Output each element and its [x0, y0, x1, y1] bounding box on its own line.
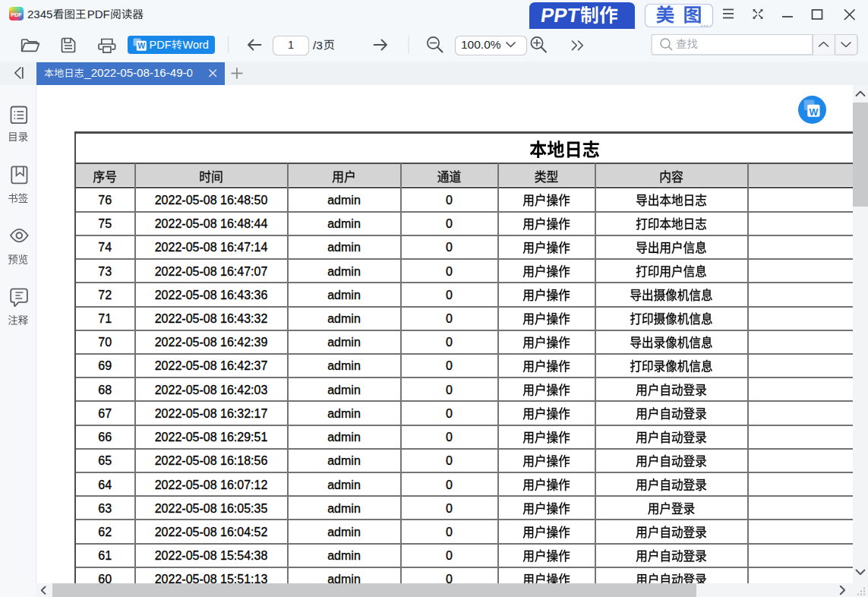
svg-text:/3: /3 [313, 39, 323, 52]
svg-text:0: 0 [446, 312, 453, 325]
svg-text:W: W [137, 41, 145, 50]
svg-text:69: 69 [98, 359, 112, 372]
svg-text:0: 0 [446, 336, 453, 349]
svg-text:admin: admin [327, 407, 361, 420]
svg-text:2022-05-08 16:42:37: 2022-05-08 16:42:37 [155, 359, 268, 372]
svg-text:0: 0 [446, 454, 453, 467]
svg-text:admin: admin [327, 312, 361, 325]
svg-text:65: 65 [98, 454, 112, 467]
svg-text:67: 67 [98, 407, 112, 420]
svg-text:0: 0 [446, 502, 453, 515]
svg-text:61: 61 [98, 549, 112, 562]
svg-text:71: 71 [98, 312, 112, 325]
svg-text:2022-05-08 16:48:44: 2022-05-08 16:48:44 [155, 217, 268, 230]
svg-text:2022-05-08 16:42:39: 2022-05-08 16:42:39 [155, 336, 268, 349]
svg-text:PDF: PDF [87, 8, 110, 21]
svg-text:2022-05-08 16:43:36: 2022-05-08 16:43:36 [155, 289, 268, 302]
svg-text:PDF: PDF [150, 39, 172, 51]
svg-text:admin: admin [327, 241, 361, 254]
svg-text:0: 0 [446, 359, 453, 372]
svg-text:0: 0 [446, 265, 453, 278]
svg-text:2022-05-08 16:47:14: 2022-05-08 16:47:14 [155, 241, 268, 254]
svg-text:2022-05-08 16:29:51: 2022-05-08 16:29:51 [155, 431, 268, 444]
svg-text:admin: admin [327, 289, 361, 302]
svg-text:2022-05-08 16:32:17: 2022-05-08 16:32:17 [155, 407, 268, 420]
svg-text:admin: admin [327, 217, 361, 230]
svg-text:_2022-05-08-16-49-0: _2022-05-08-16-49-0 [84, 66, 193, 79]
svg-text:0: 0 [446, 407, 453, 420]
svg-text:2022-05-08 16:07:12: 2022-05-08 16:07:12 [155, 479, 268, 491]
svg-text:admin: admin [327, 359, 361, 372]
svg-text:68: 68 [98, 384, 112, 396]
svg-text:0: 0 [446, 526, 453, 539]
svg-text:admin: admin [327, 549, 361, 562]
svg-text:admin: admin [327, 336, 361, 349]
svg-text:64: 64 [98, 479, 112, 491]
svg-text:0: 0 [446, 241, 453, 254]
svg-text:73: 73 [98, 265, 112, 278]
svg-text:74: 74 [98, 241, 112, 254]
svg-text:PPT: PPT [539, 4, 581, 27]
svg-text:76: 76 [98, 194, 112, 207]
svg-text:66: 66 [98, 431, 112, 444]
svg-text:2022-05-08 16:18:56: 2022-05-08 16:18:56 [155, 454, 268, 467]
svg-text:admin: admin [327, 454, 361, 467]
svg-text:W: W [809, 107, 818, 118]
svg-text:2022-05-08 16:04:52: 2022-05-08 16:04:52 [155, 526, 268, 539]
svg-text:admin: admin [327, 384, 361, 396]
svg-text:PDF: PDF [11, 11, 22, 18]
svg-text:admin: admin [327, 431, 361, 444]
svg-text:0: 0 [446, 479, 453, 491]
svg-text:0: 0 [446, 289, 453, 302]
svg-text:0: 0 [446, 431, 453, 444]
svg-text:100.0%: 100.0% [461, 38, 501, 51]
svg-text:75: 75 [98, 217, 112, 230]
svg-text:63: 63 [98, 502, 112, 515]
svg-text:0: 0 [446, 217, 453, 230]
svg-text:70: 70 [98, 336, 112, 349]
svg-text:2022-05-08 15:54:38: 2022-05-08 15:54:38 [155, 549, 268, 562]
svg-text:admin: admin [327, 265, 361, 278]
svg-text:62: 62 [98, 526, 112, 539]
svg-text:2022-05-08 16:48:50: 2022-05-08 16:48:50 [155, 194, 268, 207]
svg-text:2345: 2345 [27, 8, 52, 21]
svg-text:0: 0 [446, 549, 453, 562]
svg-text:1: 1 [288, 39, 294, 51]
svg-text:admin: admin [327, 194, 361, 207]
svg-text:0: 0 [446, 384, 453, 396]
svg-text:2022-05-08 16:05:35: 2022-05-08 16:05:35 [155, 502, 268, 515]
svg-text:admin: admin [327, 502, 361, 515]
svg-text:2022-05-08 16:43:32: 2022-05-08 16:43:32 [155, 312, 268, 325]
svg-text:72: 72 [98, 289, 112, 302]
svg-text:2022-05-08 16:42:03: 2022-05-08 16:42:03 [155, 384, 268, 396]
svg-text:0: 0 [446, 194, 453, 207]
svg-text:admin: admin [327, 526, 361, 539]
svg-text:Word: Word [183, 39, 209, 51]
svg-text:2022-05-08 16:47:07: 2022-05-08 16:47:07 [155, 265, 268, 278]
svg-text:admin: admin [327, 479, 361, 491]
